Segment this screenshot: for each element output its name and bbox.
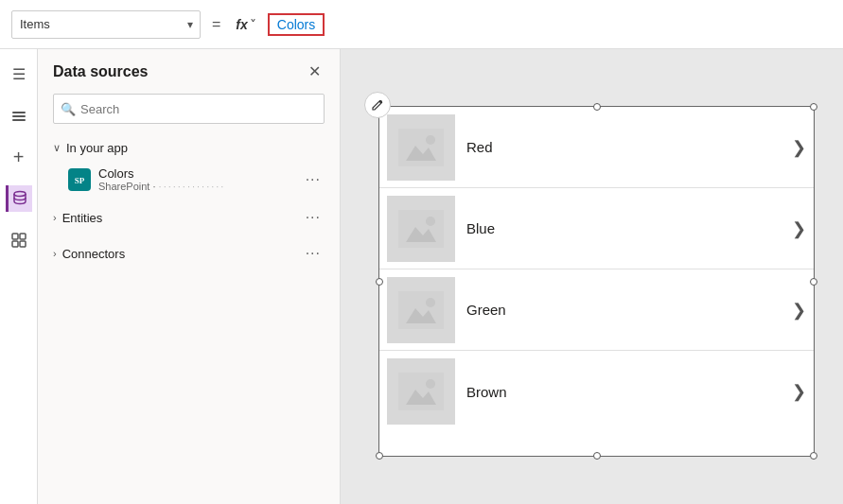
- gallery-item-label-red: Red: [466, 139, 792, 155]
- formula-select-wrapper: Items: [11, 10, 201, 39]
- colors-item-sub: SharePoint · ··············: [98, 181, 225, 192]
- panel-title: Data sources: [53, 63, 149, 80]
- entities-group: › Entities ···: [45, 201, 332, 234]
- icon-rail: ☰ +: [0, 49, 38, 504]
- gallery-item-brown[interactable]: Brown ❯: [379, 351, 814, 432]
- plus-icon[interactable]: +: [6, 144, 32, 170]
- colors-item-left: SP Colors SharePoint · ··············: [68, 166, 225, 192]
- chevron-down-icon: ∨: [53, 142, 61, 154]
- entities-label: Entities: [62, 211, 103, 225]
- handle-bottom-left[interactable]: [376, 452, 383, 460]
- main-layout: ☰ + Data sour: [0, 49, 843, 504]
- gallery-item-label-blue: Blue: [466, 220, 792, 236]
- components-icon[interactable]: [6, 227, 32, 253]
- database-icon[interactable]: [6, 185, 32, 212]
- connectors-header[interactable]: › Connectors ···: [45, 237, 332, 269]
- entities-header[interactable]: › Entities ···: [45, 201, 332, 234]
- fx-chevron: ˅: [250, 17, 256, 32]
- gallery-chevron-blue[interactable]: ❯: [792, 218, 806, 239]
- colors-datasource-icon: SP: [68, 168, 91, 191]
- fx-label: fx: [236, 17, 247, 32]
- panel-header: Data sources ✕: [38, 61, 340, 94]
- in-your-app-group: ∨ In your app SP Colors: [45, 135, 332, 198]
- gallery-chevron-green[interactable]: ❯: [792, 300, 806, 321]
- colors-item-info: Colors SharePoint · ··············: [98, 166, 225, 192]
- gallery-item-blue[interactable]: Blue ❯: [379, 188, 814, 269]
- svg-rect-2: [12, 119, 26, 121]
- in-your-app-label: In your app: [66, 141, 128, 155]
- gallery-chevron-red[interactable]: ❯: [792, 137, 806, 158]
- svg-rect-4: [12, 234, 18, 239]
- search-box: 🔍: [53, 94, 325, 124]
- svg-point-13: [426, 135, 435, 145]
- gallery-container[interactable]: Red ❯ Blue ❯: [378, 106, 815, 457]
- top-bar: Items = fx ˅ Colors: [0, 0, 843, 49]
- layers-icon[interactable]: [6, 102, 32, 129]
- colors-item-name: Colors: [98, 166, 225, 181]
- gallery-thumbnail-red: [387, 114, 455, 181]
- items-select[interactable]: Items: [11, 10, 201, 39]
- fx-button[interactable]: fx ˅: [232, 15, 259, 34]
- gallery-chevron-brown[interactable]: ❯: [792, 381, 806, 402]
- chevron-right-icon-2: ›: [53, 248, 57, 259]
- data-panel: Data sources ✕ 🔍 ∨ In your app: [38, 49, 341, 504]
- formula-value-box[interactable]: Colors: [268, 13, 325, 36]
- tree-section: ∨ In your app SP Colors: [38, 135, 340, 273]
- gallery-item-label-brown: Brown: [466, 384, 792, 400]
- connectors-group: › Connectors ···: [45, 237, 332, 269]
- canvas-area: Red ❯ Blue ❯: [341, 49, 843, 504]
- svg-text:SP: SP: [75, 176, 85, 185]
- search-icon: 🔍: [61, 102, 76, 116]
- svg-point-3: [14, 192, 26, 197]
- gallery-thumbnail-brown: [387, 358, 455, 425]
- gallery-thumbnail-green: [387, 277, 455, 343]
- hamburger-icon[interactable]: ☰: [6, 61, 32, 87]
- svg-rect-6: [12, 241, 18, 247]
- gallery-item-green[interactable]: Green ❯: [379, 269, 814, 351]
- connectors-label: Connectors: [62, 247, 125, 261]
- svg-point-22: [426, 379, 435, 389]
- colors-item-more-button[interactable]: ···: [302, 169, 325, 190]
- svg-rect-5: [20, 234, 26, 239]
- search-input[interactable]: [53, 94, 325, 124]
- gallery-item-red[interactable]: Red ❯: [379, 107, 814, 188]
- equals-sign: =: [208, 16, 224, 33]
- gallery-item-label-green: Green: [466, 302, 792, 318]
- colors-datasource-item[interactable]: SP Colors SharePoint · ·············· ··…: [45, 161, 332, 198]
- handle-bottom-center[interactable]: [593, 452, 601, 460]
- chevron-right-icon: ›: [53, 212, 57, 223]
- svg-point-16: [426, 217, 435, 226]
- svg-point-19: [426, 298, 435, 307]
- edit-gallery-button[interactable]: [364, 92, 391, 118]
- panel-close-button[interactable]: ✕: [305, 61, 325, 82]
- entities-more-button[interactable]: ···: [302, 207, 325, 228]
- connectors-more-button[interactable]: ···: [302, 243, 325, 264]
- svg-point-10: [379, 100, 382, 103]
- gallery-thumbnail-blue: [387, 196, 455, 262]
- svg-rect-1: [12, 115, 26, 117]
- svg-rect-7: [20, 241, 26, 247]
- handle-bottom-right[interactable]: [810, 452, 817, 460]
- in-your-app-header[interactable]: ∨ In your app: [45, 135, 332, 161]
- svg-rect-0: [12, 112, 26, 113]
